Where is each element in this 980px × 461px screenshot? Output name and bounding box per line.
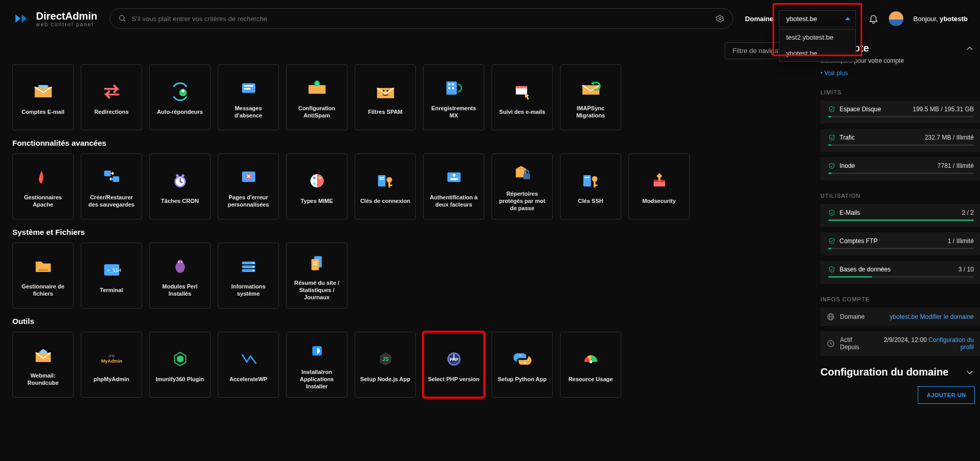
tile-label: Setup Python App bbox=[498, 375, 547, 383]
svg-rect-16 bbox=[448, 83, 450, 86]
tile-label: Modules Perl Installés bbox=[153, 283, 207, 298]
sshkey-icon bbox=[579, 168, 603, 193]
tile-mx[interactable]: Enregistrements MX bbox=[423, 64, 484, 130]
acceleratewp-icon bbox=[236, 347, 261, 371]
globe-icon bbox=[827, 313, 835, 321]
notifications-icon[interactable] bbox=[868, 13, 879, 24]
tile-apache[interactable]: Gestionnaires Apache bbox=[12, 153, 74, 219]
tile-label: Créer/Restaurer des sauvegardes bbox=[84, 194, 138, 209]
logo-icon bbox=[12, 9, 31, 28]
tile-resource[interactable]: Resource Usage bbox=[560, 332, 621, 398]
tile-files[interactable]: Gestionnaire de fichiers bbox=[12, 243, 74, 309]
tile-python[interactable]: Setup Python App bbox=[492, 332, 553, 398]
info-domain-label: Domaine bbox=[840, 313, 865, 320]
tile-antispam[interactable]: SConfiguration AntiSpam bbox=[286, 64, 347, 130]
svg-text:php: php bbox=[108, 353, 114, 358]
tile-imapsync[interactable]: IMAPSync Migrations bbox=[560, 64, 621, 130]
tile-acceleratewp[interactable]: AccelerateWP bbox=[218, 332, 279, 398]
backup-icon bbox=[99, 165, 124, 190]
errorpage-icon bbox=[236, 165, 261, 190]
see-more-link[interactable]: • Voir plus bbox=[820, 70, 848, 77]
tile-mail[interactable]: Comptes E-mail bbox=[12, 64, 74, 130]
tile-phpmyadmin[interactable]: phpMyAdminphpMyAdmin bbox=[81, 332, 142, 398]
roundcube-icon bbox=[31, 343, 56, 368]
tile-installatron[interactable]: Installatron Applications Installer bbox=[286, 332, 347, 398]
avatar[interactable] bbox=[889, 11, 903, 26]
tile-cron[interactable]: Tâches CRON bbox=[149, 153, 211, 219]
tile-imunify[interactable]: Imunify360 Plugin bbox=[149, 332, 211, 398]
greeting: Bonjour, ybotestb bbox=[914, 15, 968, 23]
svg-rect-17 bbox=[452, 83, 454, 86]
search-bar[interactable] bbox=[110, 8, 733, 29]
domain-select[interactable]: ybotest.be bbox=[779, 10, 856, 27]
info-profile-link[interactable]: Configuration du profil bbox=[929, 336, 974, 351]
tile-stats[interactable]: Résumé du site / Statistiques / Journaux bbox=[286, 243, 347, 309]
domain-dropdown: test2.ybotest.be ybotest.be bbox=[779, 29, 856, 62]
info-active-row: Actif Depuis 2/9/2024, 12:00 Configurati… bbox=[820, 331, 980, 356]
tile-backup[interactable]: Créer/Restaurer des sauvegardes bbox=[81, 153, 142, 219]
svg-text:MyAdmin: MyAdmin bbox=[101, 358, 122, 364]
search-input[interactable] bbox=[132, 15, 711, 23]
svg-point-62 bbox=[177, 260, 183, 265]
tile-2fa[interactable]: Authentification à deux facteurs bbox=[423, 153, 484, 219]
section-title-system: Système et Fichiers bbox=[12, 228, 808, 236]
vacation-icon bbox=[236, 76, 261, 100]
tile-label: Types MIME bbox=[301, 197, 333, 204]
domain-option[interactable]: test2.ybotest.be bbox=[779, 29, 855, 45]
svg-point-4 bbox=[719, 18, 721, 20]
tile-redirect[interactable]: Redirections bbox=[81, 64, 142, 130]
tile-mime[interactable]: Types MIME bbox=[286, 153, 347, 219]
svg-point-13 bbox=[382, 90, 384, 92]
stat-name: Espace Disque bbox=[839, 106, 908, 113]
add-button[interactable]: AJOUTER UN bbox=[918, 386, 975, 404]
resource-icon bbox=[579, 347, 603, 371]
tile-label: Filtres SPAM bbox=[368, 108, 402, 115]
info-domain-value[interactable]: ybotest.be bbox=[890, 313, 918, 320]
info-heading: INFOS COMPTE bbox=[820, 296, 980, 302]
tile-errorpage[interactable]: Pages d'erreur personnalisées bbox=[218, 153, 279, 219]
svg-rect-9 bbox=[243, 85, 253, 87]
terminal-icon: >_SSH bbox=[99, 258, 124, 282]
expand-icon[interactable] bbox=[965, 367, 975, 378]
tile-autoresponder[interactable]: Auto-répondeurs bbox=[149, 64, 211, 130]
search-settings-icon[interactable] bbox=[716, 14, 724, 23]
stat-name: E-Mails bbox=[839, 209, 958, 216]
tile-vacation[interactable]: Messages d'absence bbox=[218, 64, 279, 130]
tile-roundcube[interactable]: Webmail: Roundcube bbox=[12, 332, 74, 398]
domain-option[interactable]: ybotest.be bbox=[779, 45, 855, 61]
stat-row: Trafic 232.7 MB / Illimité bbox=[820, 129, 980, 152]
svg-rect-48 bbox=[450, 178, 458, 180]
svg-point-63 bbox=[178, 261, 179, 263]
tile-track[interactable]: Suivi des e-mails bbox=[492, 64, 553, 130]
tile-perl[interactable]: Modules Perl Installés bbox=[149, 243, 211, 309]
info-domain-edit-link[interactable]: Modifier le domaine bbox=[920, 313, 974, 320]
svg-rect-42 bbox=[379, 179, 384, 180]
mail-icon bbox=[31, 79, 56, 104]
svg-rect-51 bbox=[585, 177, 589, 178]
tile-terminal[interactable]: >_SSHTerminal bbox=[81, 243, 142, 309]
stat-name: Bases de données bbox=[839, 266, 954, 273]
svg-rect-53 bbox=[593, 181, 596, 187]
tile-spamfilter[interactable]: Filtres SPAM bbox=[355, 64, 416, 130]
tile-protected[interactable]: Répertoires protégés par mot de passe bbox=[492, 153, 553, 219]
tile-loginkey[interactable]: Clés de connexion bbox=[355, 153, 416, 219]
autoresponder-icon bbox=[168, 79, 192, 104]
tile-sysinfo[interactable]: Informations système bbox=[218, 243, 279, 309]
tiles-email: Comptes E-mailRedirectionsAuto-répondeur… bbox=[12, 64, 808, 130]
tile-label: Tâches CRON bbox=[161, 197, 199, 204]
search-icon bbox=[118, 14, 127, 23]
collapse-icon[interactable] bbox=[965, 43, 975, 54]
tile-nodejs[interactable]: JSSetup Node.js App bbox=[355, 332, 416, 398]
svg-point-36 bbox=[312, 177, 316, 180]
limits-list: Espace Disque 199.5 MB / 195.31 GB Trafi… bbox=[820, 100, 980, 180]
brand-logo[interactable]: DirectAdmin web control panel bbox=[12, 9, 97, 28]
tile-label: Terminal bbox=[100, 286, 123, 294]
svg-rect-23 bbox=[104, 170, 111, 176]
imapsync-icon bbox=[579, 76, 603, 100]
tile-php[interactable]: PHPSelect PHP version bbox=[423, 332, 484, 398]
shield-ok-icon bbox=[828, 162, 835, 169]
stat-bar bbox=[828, 116, 974, 117]
tile-sshkey[interactable]: Clés SSH bbox=[560, 153, 621, 219]
tile-label: Setup Node.js App bbox=[360, 375, 410, 383]
tile-modsec[interactable]: Modsecurity bbox=[628, 153, 690, 219]
